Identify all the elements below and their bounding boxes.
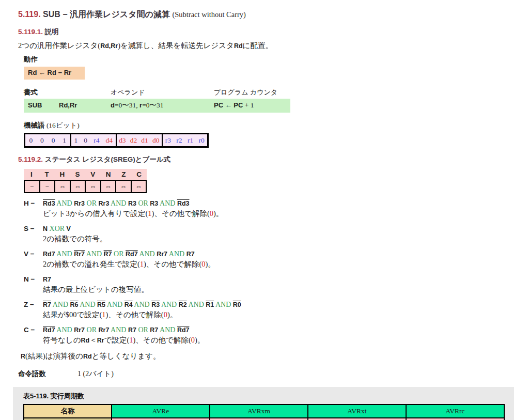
sreg-value-row: − − ⇔ ⇔ ⇔ ⇔ ⇔ ⇔ — [24, 180, 147, 193]
cycles-value-header: 周期数 — [24, 418, 112, 420]
sreg-letter: I — [24, 170, 39, 179]
sreg-value: ⇔ — [132, 181, 146, 192]
title-text: SUB − 汎用作業レジスタ間の減算 — [41, 10, 173, 19]
flag-z-description: 結果が$00で設定(1)、その他で解除(0)。 — [43, 310, 515, 320]
flag-h-description: ビット3からの借入有りで設定(1)、その他で解除(0)。 — [43, 209, 515, 219]
flag-s-description: 2の補数での符号。 — [43, 234, 515, 244]
machine-code-label: 機械語 (16ビット) — [24, 121, 515, 130]
mnemonic: SUB — [24, 101, 59, 110]
sreg-value: ⇔ — [101, 181, 117, 192]
word-count-label: 命令語数 — [18, 369, 77, 379]
cycles-core-avrxm: AVRxm — [210, 405, 308, 418]
syntax-header-row: 書式 オペランド プログラム カウンタ — [24, 88, 290, 97]
action-formula-box: Rd ← Rd − Rr — [24, 67, 85, 80]
syntax-value-row: SUB Rd,Rr d=0〜31, r=0〜31 PC ← PC + 1 — [24, 99, 290, 113]
opcode-bit-group-2: 10r4d4 — [71, 134, 117, 146]
flag-h-letter: H − — [24, 199, 43, 208]
flag-n: N − R7 結果の最上位ビットの複写値。 — [24, 275, 515, 294]
flag-s: S − N XOR V 2の補数での符号。 — [24, 224, 515, 244]
sreg-letter: S — [70, 170, 85, 179]
sreg-value: − — [25, 181, 40, 192]
operands: Rd,Rr — [59, 101, 111, 110]
opcode-bit-group-3: d3d2d1d0 — [117, 134, 163, 146]
result-note: R(結果)は演算後のRdと等しくなります。 — [21, 351, 515, 361]
opcode-bit-table: 0001 10r4d4 d3d2d1d0 r3r2r1r0 — [24, 133, 209, 148]
cycles-value-avrxm: 1 — [210, 418, 308, 420]
flag-v: V − Rd7 AND Rr7 AND R7 OR Rd7 AND Rr7 AN… — [24, 250, 515, 269]
flag-c-description: 符号なしのRd＜Rrで設定(1)、その他で解除(0)。 — [43, 335, 515, 345]
cycles-value-row: 周期数 1 1 1 1 — [24, 418, 504, 420]
flag-v-letter: V − — [24, 250, 43, 259]
flag-n-description: 結果の最上位ビットの複写値。 — [43, 285, 515, 294]
sreg-letter: N — [101, 170, 116, 179]
cycles-core-avrrc: AVRrc — [406, 405, 504, 418]
sreg-value: − — [40, 181, 56, 192]
flag-v-description: 2の補数での溢れ発生で設定(1)、その他で解除(0)。 — [43, 259, 515, 269]
sreg-value: ⇔ — [71, 181, 86, 192]
opcode-bit-group-4: r3r2r1r0 — [163, 134, 208, 146]
word-count-row: 命令語数 1 (2バイト) — [18, 369, 515, 379]
cycles-core-avre: AVRe — [112, 405, 210, 418]
flag-n-formula: R7 — [43, 275, 51, 284]
sreg-value: ⇔ — [86, 181, 101, 192]
cycles-value-avre: 1 — [112, 418, 210, 420]
description-text: 2つの汎用作業レジスタ(Rd,Rr)を減算し、結果を転送先レジスタRdに配置。 — [18, 41, 515, 51]
flag-s-formula: N XOR V — [43, 224, 71, 234]
cycles-panel: 表5-119. 実行周期数 名称 AVRe AVRxm AVRxt AVRrc … — [13, 387, 514, 420]
section-heading-sreg: 5.119.2. ステータス レジスタ(SREG)とブール式 — [18, 155, 515, 164]
flag-v-formula: Rd7 AND Rr7 AND R7 OR Rd7 AND Rr7 AND R7 — [43, 250, 195, 259]
flag-n-letter: N − — [24, 275, 43, 284]
subsection-number-sreg: 5.119.2. — [18, 155, 43, 163]
subsection-number: 5.119.1. — [18, 28, 43, 36]
syntax-col-operand: オペランド — [111, 88, 214, 97]
machine-code-label-suffix: (16ビット) — [45, 121, 80, 129]
flag-s-letter: S − — [24, 224, 43, 234]
cycles-value-avrxt: 1 — [308, 418, 406, 420]
cycles-core-avrxt: AVRxt — [308, 405, 406, 418]
cycles-value-avrrc: 1 — [406, 418, 504, 420]
cycles-table: 名称 AVRe AVRxm AVRxt AVRrc 周期数 1 1 1 1 — [23, 404, 505, 420]
syntax-col-format: 書式 — [24, 88, 111, 97]
section-number: 5.119. — [18, 10, 41, 19]
syntax-col-pc: プログラム カウンタ — [214, 88, 290, 97]
flag-z: Z − R7 AND R6 AND R5 AND R4 AND R3 AND R… — [24, 300, 515, 320]
sreg-letter-row: I T H S V N Z C — [24, 169, 147, 180]
flag-c: C − Rd7 AND Rr7 OR Rr7 AND R7 OR R7 AND … — [24, 325, 515, 345]
pc-action: PC ← PC + 1 — [214, 101, 290, 110]
title-english: (Subtract without Carry) — [172, 10, 246, 19]
opcode-bit-group-1: 0001 — [25, 134, 71, 146]
subsection-title-sreg: ステータス レジスタ(SREG)とブール式 — [43, 155, 170, 163]
sreg-value: ⇔ — [116, 181, 132, 192]
machine-code-label-text: 機械語 — [24, 121, 45, 129]
cycles-name-header: 名称 — [24, 405, 112, 418]
cycles-table-caption: 表5-119. 実行周期数 — [23, 392, 514, 401]
syntax-table: 書式 オペランド プログラム カウンタ SUB Rd,Rr d=0〜31, r=… — [24, 88, 290, 113]
flag-z-letter: Z − — [24, 300, 43, 309]
sreg-letter: H — [55, 170, 70, 179]
flag-h: H − Rd3 AND Rr3 OR Rr3 AND R3 OR R3 AND … — [24, 199, 515, 219]
flag-z-formula: R7 AND R6 AND R5 AND R4 AND R3 AND R2 AN… — [43, 300, 241, 309]
sreg-value: ⇔ — [55, 181, 71, 192]
sreg-letter: V — [85, 170, 101, 179]
document-page: 5.119. SUB − 汎用作業レジスタ間の減算 (Subtract with… — [0, 0, 529, 420]
action-label: 動作 — [24, 55, 515, 64]
subsection-title: 説明 — [43, 28, 59, 36]
section-heading-description: 5.119.1. 説明 — [18, 27, 515, 37]
page-title: 5.119. SUB − 汎用作業レジスタ間の減算 (Subtract with… — [18, 9, 515, 20]
sreg-letter: Z — [116, 170, 132, 179]
sreg-letter: T — [39, 170, 55, 179]
operand-range: d=0〜31, r=0〜31 — [111, 101, 214, 110]
word-count-value: 1 (2バイト) — [77, 369, 114, 379]
sreg-letter: C — [131, 170, 147, 179]
flag-h-formula: Rd3 AND Rr3 OR Rr3 AND R3 OR R3 AND Rd3 — [43, 199, 190, 208]
flag-c-formula: Rd7 AND Rr7 OR Rr7 AND R7 OR R7 AND Rd7 — [43, 325, 190, 335]
cycles-name-row: 名称 AVRe AVRxm AVRxt AVRrc — [24, 405, 504, 418]
sreg-table: I T H S V N Z C − − ⇔ ⇔ ⇔ ⇔ ⇔ ⇔ — [24, 169, 147, 193]
flag-c-letter: C − — [24, 325, 43, 335]
